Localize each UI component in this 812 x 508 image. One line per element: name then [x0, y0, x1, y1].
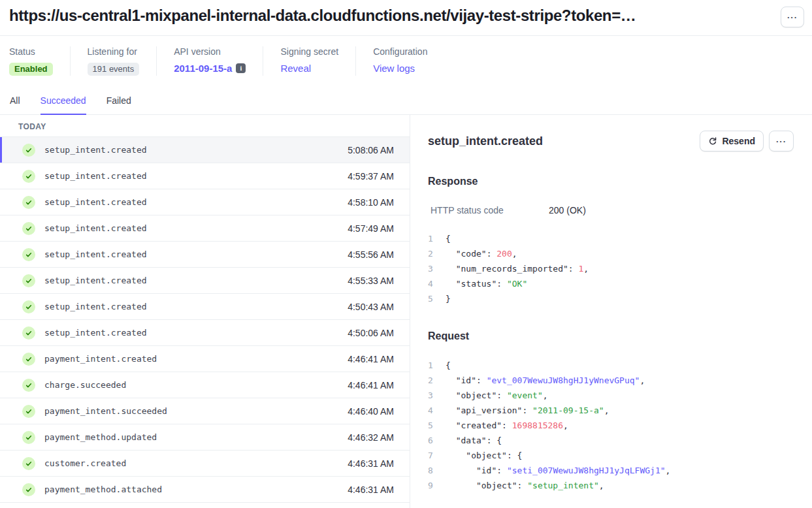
event-time: 4:46:41 AM: [348, 380, 394, 390]
code-text: "num_records_imported": 1,: [446, 261, 589, 276]
api-version-link[interactable]: 2011-09-15-a: [174, 63, 232, 74]
main-content: TODAY setup_intent.created 5:08:06 AM se…: [0, 115, 812, 508]
event-list: TODAY setup_intent.created 5:08:06 AM se…: [0, 115, 410, 508]
events-count-badge[interactable]: 191 events: [88, 63, 140, 76]
event-list-item[interactable]: setup_intent.created 4:55:56 AM: [0, 242, 410, 268]
code-line: 3 "num_records_imported": 1,: [428, 261, 794, 276]
event-list-item[interactable]: setup_intent.created 4:50:43 AM: [0, 294, 410, 320]
event-list-item[interactable]: setup_intent.created 4:57:49 AM: [0, 215, 410, 242]
code-text: "id": "seti_007WewuJW8hgHJ1yJqLFWGj1",: [446, 463, 670, 478]
success-check-icon: [22, 326, 35, 340]
code-text: "data": {: [446, 433, 502, 448]
event-list-item[interactable]: charge.succeeded 4:46:41 AM: [0, 372, 410, 398]
code-text: }: [446, 291, 451, 306]
success-check-icon: [22, 483, 35, 496]
code-text: "code": 200,: [446, 246, 517, 261]
event-name: payment_method.updated: [44, 432, 157, 442]
detail-header: setup_intent.created Resend ···: [428, 131, 794, 151]
event-time: 4:46:41 AM: [348, 354, 394, 364]
success-check-icon: [22, 457, 35, 470]
event-list-item[interactable]: setup_intent.created 5:08:06 AM: [0, 137, 410, 163]
event-list-item[interactable]: customer.created 4:46:31 AM: [0, 451, 410, 477]
event-name: charge.succeeded: [44, 380, 126, 390]
reveal-link[interactable]: Reveal: [280, 63, 311, 74]
code-text: {: [446, 358, 451, 373]
code-line: 5}: [428, 291, 794, 306]
event-tabs: AllSucceededFailed: [0, 95, 812, 115]
http-status-row: HTTP status code 200 (OK): [428, 205, 794, 215]
event-time: 4:46:40 AM: [348, 406, 394, 417]
tab-failed[interactable]: Failed: [106, 95, 131, 115]
code-text: "object": "setup_intent",: [446, 478, 604, 493]
line-number: 2: [428, 246, 446, 261]
request-heading: Request: [428, 330, 794, 342]
event-list-item[interactable]: payment_method.attached 4:46:31 AM: [0, 477, 410, 503]
line-number: 2: [428, 373, 446, 388]
event-name: customer.created: [44, 458, 126, 468]
code-line: 4 "status": "OK": [428, 276, 794, 291]
event-name: setup_intent.created: [44, 223, 147, 233]
success-check-icon: [22, 405, 35, 418]
code-line: 6 "data": {: [428, 433, 794, 448]
success-check-icon: [22, 300, 35, 313]
event-list-item[interactable]: setup_intent.created 4:55:33 AM: [0, 268, 410, 294]
event-time: 4:46:31 AM: [348, 458, 394, 469]
event-name: setup_intent.created: [44, 276, 147, 285]
success-check-icon: [22, 170, 35, 183]
line-number: 4: [428, 276, 446, 291]
summary-signing-secret: Signing secret Reveal: [263, 46, 355, 76]
summary-status: Status Enabled: [9, 46, 70, 76]
event-list-item[interactable]: setup_intent.created 4:50:06 AM: [0, 320, 410, 346]
event-time: 4:55:33 AM: [348, 276, 394, 286]
configuration-label: Configuration: [373, 46, 427, 57]
code-line: 7 "object": {: [428, 448, 794, 463]
resend-icon: [708, 136, 717, 146]
success-check-icon: [22, 431, 35, 444]
code-text: "created": 1698815286,: [446, 418, 568, 433]
summary-listening-for: Listening for 191 events: [70, 46, 157, 76]
event-time: 4:50:06 AM: [348, 328, 394, 338]
success-check-icon: [22, 248, 35, 261]
endpoint-summary: Status Enabled Listening for 191 events …: [0, 36, 812, 90]
event-list-item[interactable]: payment_intent.created 4:46:41 AM: [0, 346, 410, 372]
code-text: "status": "OK": [446, 276, 527, 291]
event-time: 4:59:37 AM: [348, 171, 394, 182]
event-list-item[interactable]: payment_intent.succeeded 4:46:40 AM: [0, 398, 410, 424]
event-time: 4:46:32 AM: [348, 432, 394, 443]
status-badge: Enabled: [9, 63, 53, 76]
event-list-item[interactable]: setup_intent.created 4:58:10 AM: [0, 189, 410, 215]
code-line: 8 "id": "seti_007WewuJW8hgHJ1yJqLFWGj1",: [428, 463, 794, 478]
event-name: setup_intent.created: [44, 328, 147, 338]
event-time: 4:46:31 AM: [348, 484, 394, 495]
line-number: 6: [428, 433, 446, 448]
tab-all[interactable]: All: [10, 95, 20, 115]
code-line: 1{: [428, 231, 794, 246]
line-number: 4: [428, 403, 446, 418]
success-check-icon: [22, 222, 35, 235]
event-name: payment_intent.created: [44, 354, 157, 364]
line-number: 3: [428, 261, 446, 276]
event-list-item[interactable]: setup_intent.created 4:59:37 AM: [0, 163, 410, 189]
success-check-icon: [22, 144, 35, 157]
line-number: 1: [428, 231, 446, 246]
event-name: setup_intent.created: [44, 197, 147, 207]
event-name: payment_method.attached: [44, 484, 162, 494]
code-text: "api_version": "2011-09-15-a",: [446, 403, 609, 418]
code-line: 3 "object": "event",: [428, 388, 794, 403]
webhook-endpoint-page: https://us-central1-mixpanel-internal-da…: [0, 0, 812, 508]
tab-succeeded[interactable]: Succeeded: [41, 95, 86, 115]
code-line: 4 "api_version": "2011-09-15-a",: [428, 403, 794, 418]
header-overflow-button[interactable]: ···: [781, 7, 804, 27]
resend-button[interactable]: Resend: [700, 131, 764, 151]
info-icon: i: [236, 63, 246, 73]
response-heading: Response: [428, 176, 794, 187]
event-list-item[interactable]: payment_method.updated 4:46:32 AM: [0, 424, 410, 451]
summary-api-version: API version 2011-09-15-a i: [156, 46, 263, 76]
code-text: {: [446, 231, 451, 246]
endpoint-url-title: https://us-central1-mixpanel-internal-da…: [9, 7, 636, 25]
detail-overflow-button[interactable]: ···: [769, 131, 794, 151]
http-status-label: HTTP status code: [430, 205, 549, 215]
view-logs-link[interactable]: View logs: [373, 63, 415, 74]
event-time: 4:57:49 AM: [348, 223, 394, 234]
code-text: "object": {: [446, 448, 522, 463]
